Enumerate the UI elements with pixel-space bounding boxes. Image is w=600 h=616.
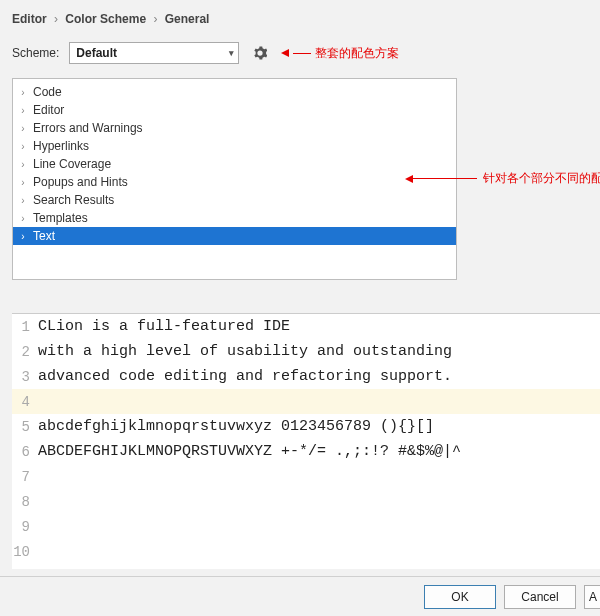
line-number: 6: [12, 444, 34, 460]
breadcrumb: Editor › Color Scheme › General: [0, 0, 600, 36]
editor-line: 4: [12, 389, 600, 414]
chevron-right-icon: ›: [149, 12, 161, 26]
list-item[interactable]: ›Line Coverage: [13, 155, 456, 173]
editor-preview[interactable]: 1CLion is a full-featured IDE2with a hig…: [12, 313, 600, 569]
scheme-label: Scheme:: [12, 46, 59, 60]
list-item-label: Templates: [33, 211, 88, 225]
cancel-button[interactable]: Cancel: [504, 585, 576, 609]
line-number: 10: [12, 544, 34, 560]
annotation-scheme: 整套的配色方案: [281, 45, 399, 62]
annotation-list: 针对各个部分不同的配色: [405, 170, 600, 187]
arrow-left-icon: [281, 49, 289, 57]
line-text: abcdefghijklmnopqrstuvwxyz 0123456789 ()…: [34, 418, 434, 435]
chevron-right-icon: ›: [19, 195, 27, 206]
chevron-right-icon: ›: [19, 105, 27, 116]
list-item[interactable]: ›Search Results: [13, 191, 456, 209]
list-item[interactable]: ›Errors and Warnings: [13, 119, 456, 137]
arrow-left-icon: [405, 175, 413, 183]
chevron-right-icon: ›: [19, 177, 27, 188]
list-item-label: Errors and Warnings: [33, 121, 143, 135]
list-item-label: Code: [33, 85, 62, 99]
list-item[interactable]: ›Popups and Hints: [13, 173, 456, 191]
annotation-scheme-text: 整套的配色方案: [315, 45, 399, 62]
line-number: 8: [12, 494, 34, 510]
ok-button[interactable]: OK: [424, 585, 496, 609]
editor-line: 1CLion is a full-featured IDE: [12, 314, 600, 339]
annotation-list-text: 针对各个部分不同的配色: [483, 170, 600, 187]
line-number: 9: [12, 519, 34, 535]
dialog-button-bar: OK Cancel A: [0, 576, 600, 616]
editor-line: 5abcdefghijklmnopqrstuvwxyz 0123456789 (…: [12, 414, 600, 439]
list-item[interactable]: ›Hyperlinks: [13, 137, 456, 155]
editor-line: 10: [12, 539, 600, 564]
chevron-right-icon: ›: [19, 159, 27, 170]
line-number: 2: [12, 344, 34, 360]
list-item-label: Line Coverage: [33, 157, 111, 171]
breadcrumb-general[interactable]: General: [165, 12, 210, 26]
editor-line: 7: [12, 464, 600, 489]
chevron-right-icon: ›: [19, 123, 27, 134]
apply-button[interactable]: A: [584, 585, 600, 609]
gear-icon: [253, 46, 267, 60]
list-item-label: Popups and Hints: [33, 175, 128, 189]
line-number: 1: [12, 319, 34, 335]
line-text: CLion is a full-featured IDE: [34, 318, 290, 335]
editor-line: 6ABCDEFGHIJKLMNOPQRSTUVWXYZ +-*/= .,;:!?…: [12, 439, 600, 464]
breadcrumb-editor[interactable]: Editor: [12, 12, 47, 26]
chevron-right-icon: ›: [19, 87, 27, 98]
list-item[interactable]: ›Editor: [13, 101, 456, 119]
editor-line: 3advanced code editing and refactoring s…: [12, 364, 600, 389]
scheme-gear-button[interactable]: [249, 42, 271, 64]
chevron-right-icon: ›: [19, 231, 27, 242]
chevron-down-icon: ▾: [229, 48, 234, 58]
line-number: 5: [12, 419, 34, 435]
scheme-row: Scheme: Default ▾ 整套的配色方案: [0, 36, 600, 78]
scheme-select[interactable]: Default ▾: [69, 42, 239, 64]
line-text: ABCDEFGHIJKLMNOPQRSTUVWXYZ +-*/= .,;:!? …: [34, 443, 461, 460]
category-list[interactable]: ›Code›Editor›Errors and Warnings›Hyperli…: [12, 78, 457, 280]
list-item[interactable]: ›Code: [13, 83, 456, 101]
chevron-right-icon: ›: [19, 213, 27, 224]
list-item-label: Search Results: [33, 193, 114, 207]
line-text: advanced code editing and refactoring su…: [34, 368, 452, 385]
line-number: 3: [12, 369, 34, 385]
chevron-right-icon: ›: [50, 12, 62, 26]
line-number: 7: [12, 469, 34, 485]
list-item[interactable]: ›Text: [13, 227, 456, 245]
editor-line: 2with a high level of usability and outs…: [12, 339, 600, 364]
line-number: 4: [12, 394, 34, 410]
breadcrumb-color-scheme[interactable]: Color Scheme: [65, 12, 146, 26]
scheme-value: Default: [76, 46, 117, 60]
list-item-label: Editor: [33, 103, 64, 117]
chevron-right-icon: ›: [19, 141, 27, 152]
editor-line: 9: [12, 514, 600, 539]
list-item[interactable]: ›Templates: [13, 209, 456, 227]
list-item-label: Hyperlinks: [33, 139, 89, 153]
line-text: with a high level of usability and outst…: [34, 343, 452, 360]
list-item-label: Text: [33, 229, 55, 243]
editor-line: 8: [12, 489, 600, 514]
